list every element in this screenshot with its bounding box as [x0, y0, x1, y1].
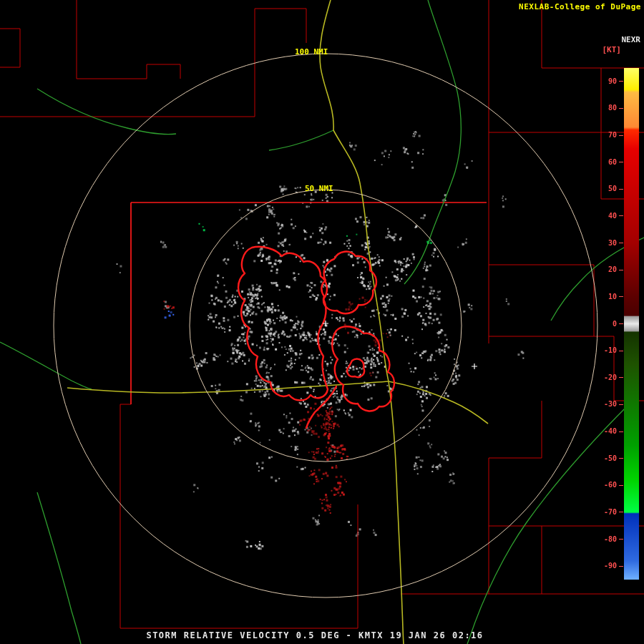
colorbar-tick-label: 30: [595, 239, 617, 247]
colorbar-tick-label: -60: [595, 481, 617, 489]
colorbar-tick-label: 0: [595, 320, 617, 328]
city-markers: [323, 321, 477, 369]
colorbar-tick-mark: [619, 512, 623, 512]
colorbar-tick-mark: [619, 539, 623, 540]
colorbar-tick-label: -20: [595, 374, 617, 381]
colorbar-tick-mark: [619, 377, 623, 378]
status-bar-text: STORM RELATIVE VELOCITY 0.5 DEG - KMTX 1…: [0, 630, 630, 640]
city-marker-icon: [472, 364, 477, 369]
state-boundaries: [131, 203, 487, 404]
colorbar-tick-label: 50: [595, 185, 617, 192]
range-ring-label-50nmi: 50 NMI: [305, 184, 333, 193]
colorbar-tick-mark: [619, 431, 623, 432]
colorbar-tick-mark: [619, 108, 623, 109]
colorbar-tick-mark: [619, 404, 623, 405]
colorbar-tick-mark: [619, 270, 623, 270]
colorbar-tick-label: 70: [595, 131, 617, 139]
colorbar-tick-mark: [619, 189, 623, 190]
colorbar-tick-mark: [619, 566, 623, 567]
brand-text: NEXLAB-College of DuPage: [519, 2, 641, 11]
colorbar-tick-mark: [619, 243, 623, 243]
colorbar-tick-label: 10: [595, 293, 617, 301]
colorbar: [624, 68, 639, 580]
colorbar-tick-label: -90: [595, 562, 617, 570]
colorbar-tick-label: -80: [595, 535, 617, 543]
colorbar-tick-mark: [619, 458, 623, 459]
units-label: [KT]: [602, 45, 622, 54]
colorbar-tick-label: 20: [595, 265, 617, 273]
colorbar-tick-label: -10: [595, 346, 617, 354]
colorbar-tick-mark: [619, 81, 623, 82]
colorbar-tick-label: 90: [595, 77, 617, 85]
colorbar-tick-label: 80: [595, 104, 617, 112]
colorbar-tick-label: -50: [595, 454, 617, 462]
highways-secondary: [0, 0, 644, 644]
colorbar-tick-mark: [619, 323, 623, 324]
colorbar-tick-mark: [619, 135, 623, 136]
colorbar-tick-mark: [619, 215, 623, 216]
colorbar-tick-label: -70: [595, 508, 617, 516]
range-ring-label-100nmi: 100 NMI: [295, 47, 328, 57]
colorbar-tick-mark: [619, 162, 623, 162]
colorbar-tick-mark: [619, 485, 623, 486]
map-overlay: [0, 0, 644, 644]
lake-outline: [238, 247, 394, 428]
colorbar-tick-mark: [619, 351, 623, 351]
colorbar-tick-label: -40: [595, 427, 617, 435]
county-boundaries: [0, 0, 644, 628]
radar-display: 9080706050403020100-10-20-30-40-50-60-70…: [0, 0, 644, 644]
colorbar-tick-label: 40: [595, 212, 617, 220]
colorbar-tick-label: 60: [595, 158, 617, 166]
product-code-label: NEXR: [622, 35, 641, 44]
colorbar-tick-label: -30: [595, 400, 617, 408]
colorbar-tick-mark: [619, 296, 623, 297]
